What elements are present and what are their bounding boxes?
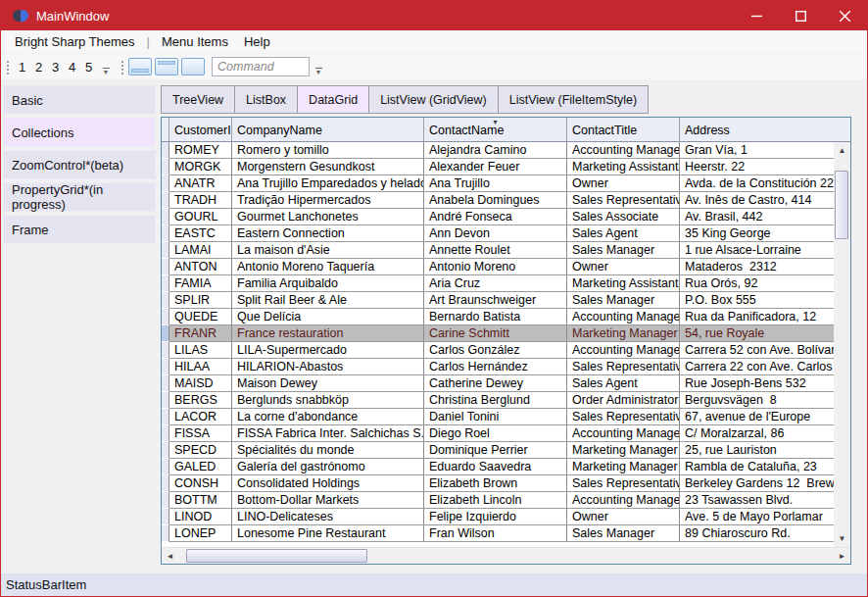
table-row[interactable]: CONSHConsolidated HoldingsElizabeth Brow… bbox=[162, 475, 834, 492]
table-cell[interactable]: CONSH bbox=[169, 475, 232, 491]
tab-treeview[interactable]: TreeView bbox=[161, 85, 234, 114]
table-cell[interactable]: Rua Orós, 92 bbox=[680, 275, 834, 291]
table-cell[interactable]: Elizabeth Brown bbox=[424, 475, 567, 491]
table-cell[interactable]: FRANR bbox=[169, 325, 232, 341]
table-row[interactable]: LACORLa corne d'abondanceDaniel ToniniSa… bbox=[162, 409, 834, 425]
table-cell[interactable]: FISSA bbox=[169, 425, 232, 441]
table-cell[interactable]: Split Rail Beer & Ale bbox=[232, 292, 424, 308]
table-cell[interactable]: Accounting Manager bbox=[567, 142, 680, 158]
table-cell[interactable]: 35 King George bbox=[680, 225, 834, 241]
row-header[interactable] bbox=[162, 525, 169, 542]
column-header-customerid[interactable]: CustomerID bbox=[169, 118, 232, 141]
table-cell[interactable]: Sales Manager bbox=[567, 525, 680, 541]
table-cell[interactable]: Bottom-Dollar Markets bbox=[232, 492, 424, 508]
table-cell[interactable]: 23 Tsawassen Blvd. bbox=[680, 492, 834, 508]
table-cell[interactable]: Elizabeth Lincoln bbox=[424, 492, 567, 508]
minimize-button[interactable] bbox=[735, 1, 779, 30]
table-cell[interactable]: MORGK bbox=[169, 159, 232, 174]
tab-datagrid[interactable]: DataGrid bbox=[297, 85, 368, 114]
table-row[interactable]: EASTCEastern ConnectionAnn DevonSales Ag… bbox=[162, 225, 834, 242]
table-cell[interactable]: Gran Vía, 1 bbox=[680, 142, 834, 158]
table-cell[interactable]: 89 Chiaroscuro Rd. bbox=[680, 525, 834, 541]
table-cell[interactable]: Sales Representative bbox=[567, 192, 680, 208]
table-cell[interactable]: Berglunds snabbköp bbox=[232, 392, 424, 408]
table-cell[interactable]: Christina Berglund bbox=[424, 392, 567, 408]
table-cell[interactable]: Sales Representative bbox=[567, 359, 680, 374]
table-cell[interactable]: HILAA bbox=[169, 359, 232, 374]
table-cell[interactable]: C/ Moralzarzal, 86 bbox=[680, 425, 834, 441]
toolbar-button-3[interactable]: 3 bbox=[47, 57, 64, 76]
row-header[interactable] bbox=[162, 175, 169, 192]
row-header[interactable] bbox=[162, 292, 169, 309]
table-row[interactable]: ANATRAna Trujillo Emparedados y heladosA… bbox=[162, 175, 834, 192]
table-row[interactable]: ROMEYRomero y tomilloAlejandra CaminoAcc… bbox=[162, 142, 834, 159]
table-cell[interactable]: Carrera 22 con Ave. Carlos Sou bbox=[680, 359, 834, 374]
table-cell[interactable]: Marketing Assistant bbox=[567, 159, 680, 174]
table-cell[interactable]: Sales Representative bbox=[567, 409, 680, 424]
table-cell[interactable]: Familia Arquibaldo bbox=[232, 275, 424, 291]
table-row[interactable]: MORGKMorgenstern GesundkostAlexander Feu… bbox=[162, 159, 834, 175]
row-header[interactable] bbox=[162, 475, 169, 492]
table-cell[interactable]: SPECD bbox=[169, 442, 232, 458]
table-cell[interactable]: Marketing Manager bbox=[567, 325, 680, 341]
table-cell[interactable]: Owner bbox=[567, 259, 680, 274]
table-cell[interactable]: La corne d'abondance bbox=[232, 409, 424, 424]
table-row[interactable]: LAMAILa maison d'AsieAnnette RouletSales… bbox=[162, 242, 834, 259]
table-row[interactable]: LINODLINO-DelicatesesFelipe IzquierdoOwn… bbox=[162, 509, 834, 525]
table-cell[interactable]: Catherine Dewey bbox=[424, 375, 567, 391]
table-cell[interactable]: Accounting Manager bbox=[567, 492, 680, 508]
column-header-contacttitle[interactable]: ContactTitle bbox=[567, 118, 680, 141]
menu-menu-items[interactable]: Menu Items bbox=[154, 30, 236, 53]
table-cell[interactable]: Spécialités du monde bbox=[232, 442, 424, 458]
table-cell[interactable]: Accounting Manager bbox=[567, 309, 680, 324]
table-cell[interactable]: Marketing Assistant bbox=[567, 275, 680, 291]
table-row[interactable]: TRADHTradição HipermercadosAnabela Domin… bbox=[162, 192, 834, 209]
row-header[interactable] bbox=[162, 225, 169, 242]
row-header[interactable] bbox=[162, 425, 169, 442]
table-cell[interactable]: ANTON bbox=[169, 259, 232, 274]
table-cell[interactable]: TRADH bbox=[169, 192, 232, 208]
table-cell[interactable]: Ana Trujillo Emparedados y helados bbox=[232, 175, 424, 191]
table-row[interactable]: LILASLILA-SupermercadoCarlos GonzálezAcc… bbox=[162, 342, 834, 359]
table-row[interactable]: FISSAFISSA Fabrica Inter. Salchichas S.A… bbox=[162, 425, 834, 442]
row-header[interactable] bbox=[162, 359, 169, 375]
table-row[interactable]: ANTONAntonio Moreno TaqueríaAntonio More… bbox=[162, 259, 834, 275]
table-cell[interactable]: Art Braunschweiger bbox=[424, 292, 567, 308]
layout-window-icon-3[interactable] bbox=[181, 58, 205, 75]
table-cell[interactable]: LAMAI bbox=[169, 242, 232, 258]
table-row[interactable]: BERGSBerglunds snabbköpChristina Berglun… bbox=[162, 392, 834, 409]
table-cell[interactable]: Morgenstern Gesundkost bbox=[232, 159, 424, 174]
row-header[interactable] bbox=[162, 209, 169, 225]
table-cell[interactable]: BOTTM bbox=[169, 492, 232, 508]
column-header-contactname[interactable]: ▾ContactName bbox=[424, 118, 567, 141]
scroll-down-icon[interactable]: ▼ bbox=[834, 530, 850, 547]
table-cell[interactable]: FISSA Fabrica Inter. Salchichas S.A. bbox=[232, 425, 424, 441]
table-cell[interactable]: Carlos Hernández bbox=[424, 359, 567, 374]
table-cell[interactable]: Berguvsvägen 8 bbox=[680, 392, 834, 408]
table-row[interactable]: SPECDSpécialités du mondeDominique Perri… bbox=[162, 442, 834, 459]
row-header[interactable] bbox=[162, 242, 169, 259]
row-header[interactable] bbox=[162, 275, 169, 292]
table-cell[interactable]: Anabela Domingues bbox=[424, 192, 567, 208]
table-cell[interactable]: LINO-Delicateses bbox=[232, 509, 424, 524]
table-cell[interactable]: Annette Roulet bbox=[424, 242, 567, 258]
table-row[interactable]: LONEPLonesome Pine RestaurantFran Wilson… bbox=[162, 525, 834, 542]
vertical-scroll-track[interactable] bbox=[834, 159, 850, 530]
table-cell[interactable]: 67, avenue de l'Europe bbox=[680, 409, 834, 424]
table-row[interactable]: MAISDMaison DeweyCatherine DeweySales Ag… bbox=[162, 375, 834, 392]
row-header[interactable] bbox=[162, 492, 169, 509]
toolbar-grip-icon[interactable] bbox=[5, 59, 10, 75]
table-cell[interactable]: Maison Dewey bbox=[232, 375, 424, 391]
scroll-left-icon[interactable]: ◄ bbox=[162, 548, 178, 565]
row-header[interactable] bbox=[162, 392, 169, 409]
horizontal-scrollbar[interactable]: ◄ ► bbox=[162, 547, 850, 564]
table-cell[interactable]: Rue Joseph-Bens 532 bbox=[680, 375, 834, 391]
table-cell[interactable]: Ave. 5 de Mayo Porlamar bbox=[680, 509, 834, 524]
table-cell[interactable]: EASTC bbox=[169, 225, 232, 241]
sidebar-item-propertygrid[interactable]: PropertyGrid*(in progress) bbox=[3, 182, 156, 212]
row-header[interactable] bbox=[162, 442, 169, 459]
toolbar-button-5[interactable]: 5 bbox=[80, 57, 97, 76]
table-cell[interactable]: Owner bbox=[567, 175, 680, 191]
sidebar-item-basic[interactable]: Basic bbox=[3, 85, 156, 115]
toolbar-overflow-icon[interactable]: ▼ bbox=[100, 57, 112, 76]
